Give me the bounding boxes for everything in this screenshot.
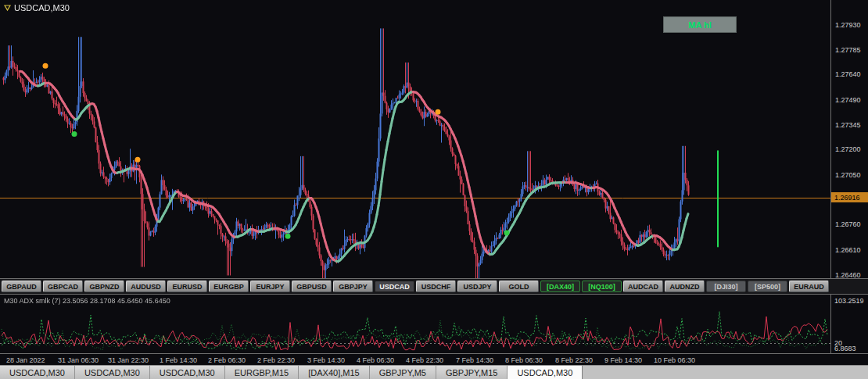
symbol-button-audnzd[interactable]: AUDNZD [665,281,705,292]
symbol-button-nq100[interactable]: [NQ100] [582,281,622,292]
price-scale-label: 1.26610 [835,246,861,254]
symbol-button-gbpusd[interactable]: GBPUSD [292,281,332,292]
price-scale-label: 1.27640 [835,70,861,78]
time-axis-label: 7 Feb 14:30 [456,356,493,364]
time-axis-label: 1 Feb 14:30 [160,356,197,364]
price-scale: 1.26916 1.279301.277851.276401.274901.27… [830,0,868,278]
symbol-button-gbpcad[interactable]: GBPCAD [43,281,83,292]
time-axis-label: 2 Feb 06:30 [208,356,246,364]
chart-tab-eurgbp-m15[interactable]: EURGBP,M15 [225,366,299,379]
symbol-button-eurgbp[interactable]: EURGBP [209,281,249,292]
chart-tab-usdcad-m30[interactable]: USDCAD,M30 [150,366,225,379]
symbol-button-dax40[interactable]: [DAX40] [540,281,580,292]
time-axis-label: 31 Jan 06:30 [58,356,99,364]
time-axis-label: 31 Jan 22:30 [108,356,149,364]
symbol-button-gbpaud[interactable]: GBPAUD [2,281,41,292]
time-axis-label: 28 Jan 2022 [6,356,45,364]
candlestick-chart[interactable] [0,0,830,278]
chart-tab-gbpjpy-m15[interactable]: GBPJPY,M15 [436,366,508,379]
indicator-max-label: 103.2519 [834,297,864,305]
price-scale-label: 1.27490 [835,96,861,104]
symbol-button-usdchf[interactable]: USDCHF [416,281,456,292]
chart-tab-gbpjpy-m5[interactable]: GBPJPY,M5 [370,366,436,379]
symbol-button-eurjpy[interactable]: EURJPY [250,281,290,292]
main-chart-panel: USDCAD,M30 MA hl 1.26916 1.279301.277851… [0,0,868,278]
symbol-button-usdjpy[interactable]: USDJPY [457,281,497,292]
symbol-button-gold[interactable]: GOLD [499,281,539,292]
time-axis-label: 9 Feb 14:30 [604,356,642,364]
time-axis-label: 3 Feb 14:30 [307,356,345,364]
symbol-button-audusd[interactable]: AUDUSD [126,281,166,292]
symbol-button-eurusd[interactable]: EURUSD [167,281,207,292]
price-scale-label: 1.27050 [835,171,861,179]
current-price-box: 1.26916 [831,192,868,202]
ma-hl-label: MA hl [688,20,712,30]
price-scale-label: 1.27200 [835,145,861,153]
time-axis-label: 4 Feb 06:30 [357,356,394,364]
price-scale-label: 1.27785 [835,46,861,54]
time-axis-label: 10 Feb 06:30 [654,356,695,364]
chart-title-label: USDCAD,M30 [14,3,70,13]
symbol-button-usdcad[interactable]: USDCAD [375,281,414,292]
indicator-panel: M30 ADX smlk (7) 23.5056 28.1708 45.6450… [0,294,868,353]
indicator-min-label: 6.8683 [834,345,856,352]
symbol-button-euraud[interactable]: EURAUD [789,281,829,292]
chart-tab-usdcad-m30[interactable]: USDCAD,M30 [0,366,75,379]
price-scale-label: 1.26760 [835,220,861,228]
time-axis-label: 4 Feb 22:30 [406,356,443,364]
price-scale-label: 1.27930 [835,21,861,29]
chart-tab-bar: USDCAD,M30USDCAD,M30USDCAD,M30EURGBP,M15… [0,365,868,379]
time-axis-label: 8 Feb 22:30 [555,356,593,364]
chart-title: USDCAD,M30 [4,3,70,13]
symbol-button-dji30[interactable]: [DJI30] [706,281,746,292]
time-axis-label: 2 Feb 22:30 [257,356,295,364]
trading-platform-window: USDCAD,M30 MA hl 1.26916 1.279301.277851… [0,0,868,379]
current-price-value: 1.26916 [834,194,860,202]
price-scale-label: 1.27345 [835,121,861,129]
indicator-title: M30 ADX smlk (7) 23.5056 28.1708 45.6450… [4,297,170,305]
symbol-button-audcad[interactable]: AUDCAD [623,281,663,292]
symbol-button-sp500[interactable]: [SP500] [748,281,787,292]
symbol-button-gbpnzd[interactable]: GBPNZD [84,281,124,292]
ma-hl-indicator-button[interactable]: MA hl [663,16,737,33]
chart-marker-icon [4,5,11,12]
chart-tab--dax40--m15[interactable]: [DAX40],M15 [299,366,369,379]
chart-tab-usdcad-m30[interactable]: USDCAD,M30 [508,366,583,379]
time-axis-label: 8 Feb 06:30 [505,356,543,364]
time-axis: 28 Jan 202231 Jan 06:3031 Jan 22:301 Feb… [0,353,868,365]
indicator-scale: 103.2519 20 6.8683 [830,295,868,353]
symbol-button-gbpjpy[interactable]: GBPJPY [333,281,373,292]
chart-tab-usdcad-m30[interactable]: USDCAD,M30 [75,366,150,379]
symbol-quick-bar: GBPAUDGBPCADGBPNZDAUDUSDEURUSDEURGBPEURJ… [0,278,868,294]
